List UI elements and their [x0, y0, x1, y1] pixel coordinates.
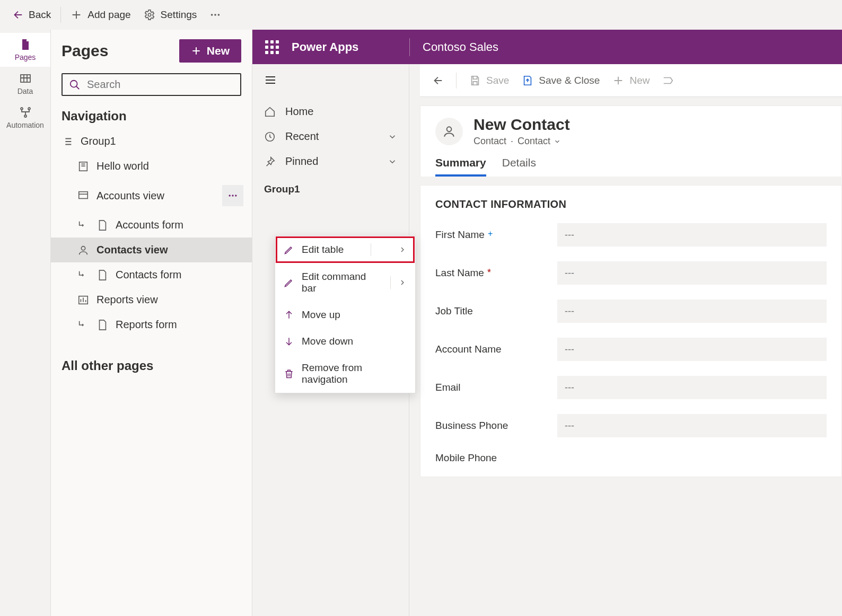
- tree-item-contacts-view[interactable]: Contacts view: [51, 237, 252, 262]
- tab-details[interactable]: Details: [502, 156, 536, 177]
- pencil-icon: [284, 244, 294, 255]
- tree-group-label: Group1: [81, 135, 116, 147]
- chevron-down-icon: [388, 132, 397, 142]
- entity-header: New Contact Contact · Contact: [420, 105, 842, 177]
- cmd-save-label: Save: [486, 75, 509, 86]
- first-name-input[interactable]: [557, 223, 827, 247]
- cmd-save[interactable]: Save: [469, 75, 509, 86]
- form-icon: [97, 319, 108, 331]
- waffle-icon: [265, 40, 279, 54]
- cmd-separator: [456, 73, 457, 89]
- cmd-new[interactable]: New: [612, 75, 650, 86]
- toolbar-separator: [60, 7, 61, 23]
- settings-button[interactable]: Settings: [137, 6, 204, 24]
- pages-panel: Pages New Navigation Group1 Hello world …: [51, 30, 252, 616]
- add-page-button[interactable]: Add page: [64, 6, 137, 24]
- tree-item-hello[interactable]: Hello world: [51, 154, 252, 179]
- job-title-input[interactable]: [557, 300, 827, 323]
- rail-pages[interactable]: Pages: [0, 33, 50, 67]
- field-mobile-phone: Mobile Phone: [435, 452, 827, 464]
- svg-point-12: [232, 195, 233, 196]
- ctx-remove[interactable]: Remove from navigation: [275, 355, 415, 393]
- tree-item-label: Contacts form: [116, 269, 181, 281]
- ctx-edit-cmd-bar[interactable]: Edit command bar: [275, 263, 415, 302]
- tree-item-accounts-view[interactable]: Accounts view: [51, 179, 252, 213]
- hamburger-button[interactable]: [252, 64, 409, 91]
- form-section: CONTACT INFORMATION First Name+ Last Nam…: [420, 185, 842, 477]
- field-last-name: Last Name*: [435, 261, 827, 285]
- ctx-edit-cmd-label: Edit command bar: [302, 271, 383, 294]
- ctx-remove-label: Remove from navigation: [302, 362, 407, 385]
- subitem-icon: [77, 319, 89, 331]
- tree-item-contacts-form[interactable]: Contacts form: [51, 262, 252, 287]
- ctx-move-up[interactable]: Move up: [275, 302, 415, 328]
- new-button-label: New: [207, 45, 230, 57]
- ctx-move-down[interactable]: Move down: [275, 328, 415, 355]
- rail-automation-label: Automation: [6, 121, 44, 129]
- command-bar: Save Save & Close New: [420, 64, 842, 97]
- cmd-save-close[interactable]: Save & Close: [522, 75, 600, 86]
- business-phone-input[interactable]: [557, 414, 827, 437]
- arrow-left-icon: [12, 9, 23, 21]
- search-box[interactable]: [62, 73, 241, 96]
- new-page-button[interactable]: New: [179, 39, 241, 63]
- ctx-sep: [371, 243, 371, 256]
- form-section-heading: CONTACT INFORMATION: [435, 198, 827, 210]
- cmd-overflow[interactable]: [662, 75, 674, 86]
- ctx-edit-table-label: Edit table: [302, 244, 344, 256]
- nav-home-label: Home: [285, 105, 313, 118]
- dashboard-icon: [77, 161, 89, 172]
- flow-icon: [662, 75, 674, 86]
- gear-icon: [144, 9, 155, 21]
- nav-pinned[interactable]: Pinned: [252, 149, 409, 174]
- tree-group[interactable]: Group1: [51, 129, 252, 154]
- chevron-right-icon: [398, 278, 407, 287]
- settings-label: Settings: [161, 9, 197, 21]
- field-job-title: Job Title: [435, 300, 827, 323]
- ctx-edit-table[interactable]: Edit table: [275, 236, 415, 263]
- form-icon: [97, 219, 108, 231]
- svg-point-8: [71, 80, 77, 87]
- tree-item-more[interactable]: [222, 185, 243, 206]
- tree-item-label: Contacts view: [97, 244, 168, 256]
- nav-home[interactable]: Home: [252, 99, 409, 124]
- nav-tree: Group1 Hello world Accounts view Account…: [51, 129, 252, 337]
- cmd-new-label: New: [629, 75, 650, 86]
- svg-point-13: [235, 195, 236, 196]
- ctx-move-down-label: Move down: [302, 336, 353, 347]
- ctx-move-up-label: Move up: [302, 309, 340, 321]
- list-icon: [62, 136, 73, 147]
- trash-icon: [284, 368, 294, 379]
- required-indicator: *: [487, 267, 491, 278]
- ellipsis-icon: [209, 9, 221, 21]
- person-icon: [77, 244, 89, 256]
- svg-point-6: [28, 108, 30, 110]
- svg-point-14: [81, 246, 85, 250]
- rail-pages-label: Pages: [15, 53, 36, 61]
- tree-item-label: Hello world: [97, 160, 149, 172]
- pencil-icon: [284, 277, 294, 288]
- search-input[interactable]: [87, 78, 234, 91]
- account-name-input[interactable]: [557, 338, 827, 361]
- more-button[interactable]: [203, 6, 227, 24]
- tree-item-label: Accounts view: [97, 190, 164, 202]
- waffle-button[interactable]: [265, 40, 279, 54]
- rail-data[interactable]: Data: [0, 67, 50, 101]
- tree-item-reports-form[interactable]: Reports form: [51, 312, 252, 337]
- tree-item-reports-view[interactable]: Reports view: [51, 287, 252, 312]
- back-button[interactable]: Back: [5, 6, 57, 24]
- nav-recent[interactable]: Recent: [252, 124, 409, 149]
- entity-form-picker[interactable]: Contact: [518, 136, 561, 147]
- navigation-heading: Navigation: [51, 105, 252, 129]
- email-input[interactable]: [557, 376, 827, 399]
- rail-automation[interactable]: Automation: [0, 101, 50, 135]
- subitem-icon: [77, 269, 89, 281]
- rail-data-label: Data: [17, 87, 33, 95]
- arrow-up-icon: [284, 310, 294, 320]
- last-name-input[interactable]: [557, 261, 827, 285]
- cmd-back[interactable]: [432, 75, 443, 86]
- tree-item-accounts-form[interactable]: Accounts form: [51, 213, 252, 237]
- tab-summary[interactable]: Summary: [435, 156, 486, 177]
- other-pages-heading: All other pages: [51, 337, 252, 394]
- view-icon: [77, 190, 89, 201]
